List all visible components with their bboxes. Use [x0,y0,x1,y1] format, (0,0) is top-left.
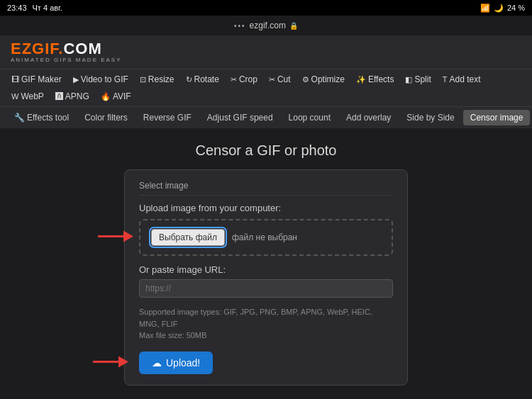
nav-cut[interactable]: ✂ Cut [265,72,295,86]
upload-arrow-indicator [93,356,128,369]
status-bar: 23:43 Чт 4 авг. 📶 🌙 24 % [0,0,532,16]
paste-url-label: Or paste image URL: [139,264,393,275]
url-input[interactable] [139,279,393,298]
text-icon: T [443,75,448,84]
nav-rotate[interactable]: ↻ Rotate [182,72,223,86]
nav-resize[interactable]: ⊡ Resize [135,72,179,86]
page-title: Censor a GIF or photo [196,142,337,159]
avif-icon: 🔥 [101,92,111,101]
nav-apng[interactable]: 🅰 APNG [51,89,94,103]
logo: EZGIF.COM ANIMATED GIFS MADE EASY [11,41,122,63]
rotate-icon: ↻ [186,75,192,84]
nav-gif-maker[interactable]: 🎞 GIF Maker [7,72,66,86]
upload-cloud-icon: ☁ [152,357,162,369]
file-arrow-icon [98,231,133,242]
no-file-selected-text: файл не выбран [232,232,297,242]
main-content: Censor a GIF or photo Select image Uploa… [0,128,532,399]
nav-effects[interactable]: ✨ Effects [352,72,398,86]
nav-video-to-gif[interactable]: ▶ Video to GIF [69,72,133,86]
video-icon: ▶ [73,75,79,84]
sub-nav-adjust-speed[interactable]: Adjust GIF speed [200,110,280,125]
nav-add-text[interactable]: T Add text [438,72,485,86]
sub-nav-reverse-gif[interactable]: Reverse GIF [136,110,199,125]
nav-avif[interactable]: 🔥 AVIF [96,89,135,103]
supported-types-text: Supported image types: GIF, JPG, PNG, BM… [139,306,393,342]
address-bar: ••• ezgif.com 🔒 [0,16,532,35]
browser-dots: ••• [234,22,246,30]
file-input-area: Выбрать файл файл не выбран [139,219,393,256]
status-left: 23:43 Чт 4 авг. [7,4,62,12]
upload-arrow-icon [93,356,128,367]
sub-nav: 🔧Effects tool Color filters Reverse GIF … [0,106,532,128]
crop-icon: ✂ [231,75,237,84]
status-right: 📶 🌙 24 % [480,4,525,13]
file-arrow-indicator [98,231,133,245]
upload-box: Select image Upload image from your comp… [124,169,408,386]
nav-webp[interactable]: W WebP [7,89,48,103]
upload-from-computer-label: Upload image from your computer: [139,203,393,213]
gif-maker-icon: 🎞 [11,75,19,84]
logo-sub: ANIMATED GIFS MADE EASY [11,57,122,63]
upload-btn-area: ☁ Upload! [139,352,393,374]
sub-nav-color-filters[interactable]: Color filters [77,110,135,125]
effects-icon: ✨ [356,75,366,84]
nav-bar: 🎞 GIF Maker ▶ Video to GIF ⊡ Resize ↻ Ro… [0,69,532,106]
nav-optimize[interactable]: ⚙ Optimize [298,72,349,86]
resize-icon: ⊡ [140,75,146,84]
sub-nav-add-overlay[interactable]: Add overlay [339,110,398,125]
sub-nav-effects-tool[interactable]: 🔧Effects tool [7,110,76,125]
webp-icon: W [11,92,18,101]
sub-nav-side-by-side[interactable]: Side by Side [399,110,461,125]
nav-split[interactable]: ◧ Split [401,72,435,86]
url-display: ezgif.com [250,21,286,30]
upload-box-wrapper: Select image Upload image from your comp… [124,169,408,386]
section-title: Select image [139,181,393,196]
logo-bar: EZGIF.COM ANIMATED GIFS MADE EASY [0,35,532,69]
split-icon: ◧ [405,75,412,84]
date: Чт 4 авг. [33,4,62,12]
battery-icon: 🌙 [494,4,504,13]
lock-icon: 🔒 [289,22,298,30]
optimize-icon: ⚙ [302,75,309,84]
upload-button[interactable]: ☁ Upload! [139,352,213,374]
apng-icon: 🅰 [55,92,63,101]
effects-tool-icon: 🔧 [14,113,25,123]
wifi-icon: 📶 [480,4,490,13]
choose-file-button[interactable]: Выбрать файл [151,229,225,246]
sub-nav-loop-count[interactable]: Loop count [282,110,338,125]
battery-level: 24 % [507,4,525,12]
nav-crop[interactable]: ✂ Crop [226,72,262,86]
logo-main: EZGIF.COM [11,41,122,57]
cut-icon: ✂ [269,75,275,84]
sub-nav-censor-image[interactable]: Censor image [463,110,531,125]
time: 23:43 [7,4,27,12]
